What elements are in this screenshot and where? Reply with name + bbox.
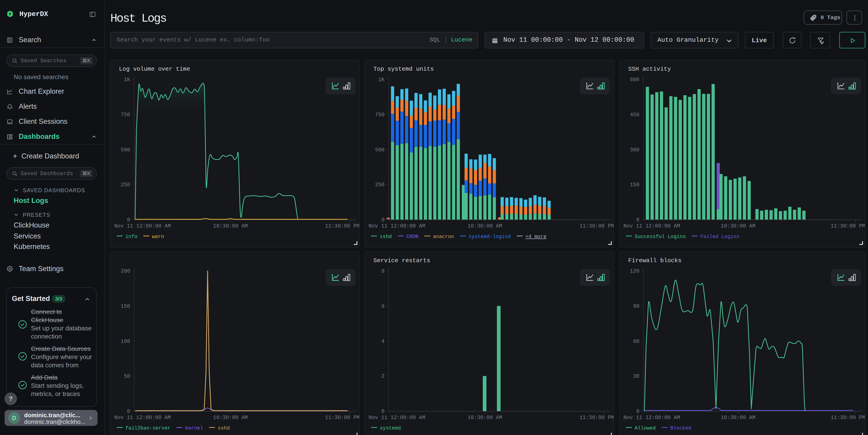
- svg-text:50: 50: [124, 373, 130, 379]
- svg-text:10:30:00 AM: 10:30:00 AM: [721, 223, 755, 229]
- svg-text:0: 0: [636, 217, 640, 223]
- svg-text:Nov 11 12:00:00 AM: Nov 11 12:00:00 AM: [114, 223, 171, 229]
- svg-text:Allowed: Allowed: [634, 426, 656, 431]
- svg-text:200: 200: [121, 268, 130, 274]
- svg-text:450: 450: [630, 112, 640, 118]
- svg-text:1K: 1K: [124, 77, 130, 83]
- svg-text:sshd: sshd: [380, 234, 392, 240]
- svg-text:Failed Logins: Failed Logins: [700, 234, 739, 240]
- svg-text:10:30:00 AM: 10:30:00 AM: [467, 223, 502, 229]
- svg-text:11:30:00 PM: 11:30:00 PM: [325, 415, 360, 421]
- svg-text:250: 250: [121, 182, 130, 188]
- svg-text:10:30:00 AM: 10:30:00 AM: [213, 223, 248, 229]
- svg-text:120: 120: [630, 268, 640, 274]
- svg-text:systemd-logind: systemd-logind: [469, 234, 511, 240]
- svg-text:150: 150: [121, 304, 130, 309]
- svg-text:90: 90: [633, 304, 640, 309]
- svg-text:30: 30: [633, 373, 640, 379]
- svg-text:Nov 11 12:00:00 AM: Nov 11 12:00:00 AM: [623, 415, 680, 421]
- svg-text:10:30:00 AM: 10:30:00 AM: [213, 415, 248, 421]
- svg-text:0: 0: [127, 217, 130, 223]
- svg-text:Successful Logins: Successful Logins: [634, 234, 686, 240]
- svg-text:fail2ban-server: fail2ban-server: [125, 426, 170, 431]
- svg-text:500: 500: [121, 147, 130, 153]
- svg-text:100: 100: [121, 339, 130, 344]
- svg-text:sshd: sshd: [218, 426, 230, 431]
- svg-text:Nov 11 12:00:00 AM: Nov 11 12:00:00 AM: [369, 415, 425, 421]
- svg-text:11:30:00 PM: 11:30:00 PM: [831, 223, 865, 229]
- svg-text:300: 300: [630, 147, 640, 153]
- svg-text:2: 2: [381, 373, 384, 379]
- svg-text:500: 500: [375, 147, 384, 153]
- svg-text:150: 150: [630, 182, 640, 188]
- svg-text:250: 250: [375, 182, 384, 188]
- svg-text:0: 0: [381, 409, 384, 414]
- svg-text:0: 0: [381, 217, 384, 223]
- svg-text:+4 more: +4 more: [525, 234, 547, 240]
- svg-text:0: 0: [636, 409, 640, 414]
- svg-text:600: 600: [630, 77, 640, 83]
- svg-text:Nov 11 12:00:00 AM: Nov 11 12:00:00 AM: [623, 223, 680, 229]
- svg-text:systemd: systemd: [380, 426, 401, 431]
- svg-text:11:30:00 PM: 11:30:00 PM: [325, 223, 360, 229]
- svg-text:1K: 1K: [378, 77, 384, 83]
- svg-text:11:30:00 PM: 11:30:00 PM: [580, 415, 614, 421]
- svg-text:11:30:00 PM: 11:30:00 PM: [831, 415, 865, 421]
- svg-text:Nov 11 12:00:00 AM: Nov 11 12:00:00 AM: [369, 223, 425, 229]
- svg-text:750: 750: [375, 112, 384, 118]
- svg-text:750: 750: [121, 112, 130, 118]
- svg-text:Blocked: Blocked: [670, 426, 691, 431]
- svg-text:60: 60: [633, 339, 640, 344]
- svg-text:warn: warn: [152, 234, 164, 240]
- svg-text:10:30:00 AM: 10:30:00 AM: [721, 415, 755, 421]
- svg-text:kernel: kernel: [185, 426, 203, 431]
- svg-text:8: 8: [381, 268, 384, 274]
- svg-text:6: 6: [381, 304, 384, 309]
- svg-text:anacron: anacron: [433, 234, 454, 240]
- svg-text:info: info: [125, 234, 137, 240]
- svg-text:Nov 11 12:00:00 AM: Nov 11 12:00:00 AM: [114, 415, 171, 421]
- svg-text:4: 4: [381, 339, 384, 344]
- svg-text:11:30:00 PM: 11:30:00 PM: [580, 223, 614, 229]
- svg-text:10:30:00 AM: 10:30:00 AM: [467, 415, 502, 421]
- svg-text:CRON: CRON: [406, 234, 418, 240]
- svg-text:0: 0: [127, 409, 130, 414]
